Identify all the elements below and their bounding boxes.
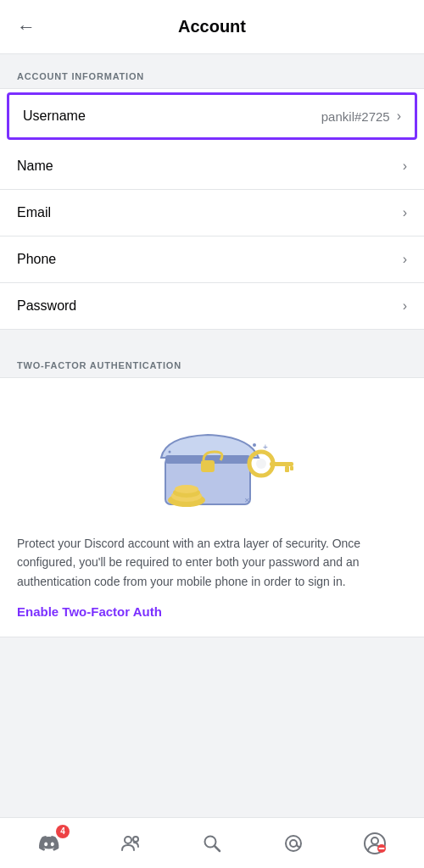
name-label: Name	[17, 159, 53, 174]
email-label: Email	[17, 205, 51, 220]
twofa-illustration: + ✕	[17, 398, 407, 517]
svg-text:✕: ✕	[244, 497, 250, 504]
svg-text:+: +	[263, 442, 268, 452]
twofa-description: Protect your Discord account with an ext…	[17, 534, 407, 591]
name-row[interactable]: Name ›	[0, 143, 424, 190]
header: ← Account	[0, 0, 424, 54]
svg-point-6	[175, 485, 198, 493]
at-icon	[282, 832, 304, 854]
username-row[interactable]: Username pankil#2725 ›	[7, 92, 417, 140]
search-icon	[201, 832, 223, 854]
nav-item-discord[interactable]: 4	[25, 825, 73, 862]
friends-icon	[120, 832, 142, 854]
twofa-section: + ✕ Protect your Discord account with an…	[0, 377, 424, 637]
svg-point-12	[253, 443, 256, 447]
profile-icon	[363, 832, 387, 855]
svg-point-23	[371, 837, 378, 844]
username-label: Username	[23, 108, 86, 124]
svg-rect-11	[290, 466, 293, 470]
main-content: ACCOUNT INFORMATION Username pankil#2725…	[0, 54, 424, 868]
nav-item-profile[interactable]	[351, 825, 399, 862]
nav-item-friends[interactable]	[107, 825, 154, 862]
password-right: ›	[403, 298, 407, 314]
svg-point-17	[133, 837, 138, 842]
password-chevron: ›	[403, 298, 407, 314]
email-chevron: ›	[403, 205, 407, 220]
nav-item-mentions[interactable]	[270, 825, 317, 862]
username-value: pankil#2725	[321, 109, 390, 124]
email-right: ›	[403, 205, 407, 220]
username-chevron: ›	[397, 108, 401, 124]
svg-rect-10	[285, 466, 289, 472]
svg-rect-2	[201, 460, 215, 472]
svg-line-19	[215, 846, 220, 851]
svg-point-15	[169, 451, 171, 453]
twofa-image: + ✕	[119, 403, 305, 513]
phone-label: Phone	[17, 252, 56, 267]
page-title: Account	[49, 17, 375, 36]
email-row[interactable]: Email ›	[0, 190, 424, 236]
username-right: pankil#2725 ›	[321, 108, 401, 124]
nav-item-search[interactable]	[188, 825, 236, 862]
phone-right: ›	[403, 252, 407, 267]
svg-point-21	[290, 840, 297, 847]
svg-rect-9	[270, 462, 293, 466]
twofa-section-label: TWO-FACTOR AUTHENTICATION	[0, 343, 424, 377]
phone-chevron: ›	[403, 252, 407, 267]
name-right: ›	[403, 159, 407, 174]
phone-row[interactable]: Phone ›	[0, 236, 424, 283]
account-section-label: ACCOUNT INFORMATION	[0, 54, 424, 88]
account-settings-section: Username pankil#2725 › Name › Email › Ph…	[0, 88, 424, 330]
enable-twofa-link[interactable]: Enable Two-Factor Auth	[17, 604, 162, 619]
password-label: Password	[17, 298, 76, 314]
svg-point-8	[256, 459, 266, 469]
svg-point-20	[286, 836, 301, 851]
password-row[interactable]: Password ›	[0, 283, 424, 329]
discord-badge: 4	[56, 825, 70, 838]
bottom-nav: 4	[0, 817, 424, 868]
back-button[interactable]: ←	[17, 18, 36, 36]
svg-point-16	[125, 837, 131, 843]
section-gap	[0, 330, 424, 343]
name-chevron: ›	[403, 159, 407, 174]
